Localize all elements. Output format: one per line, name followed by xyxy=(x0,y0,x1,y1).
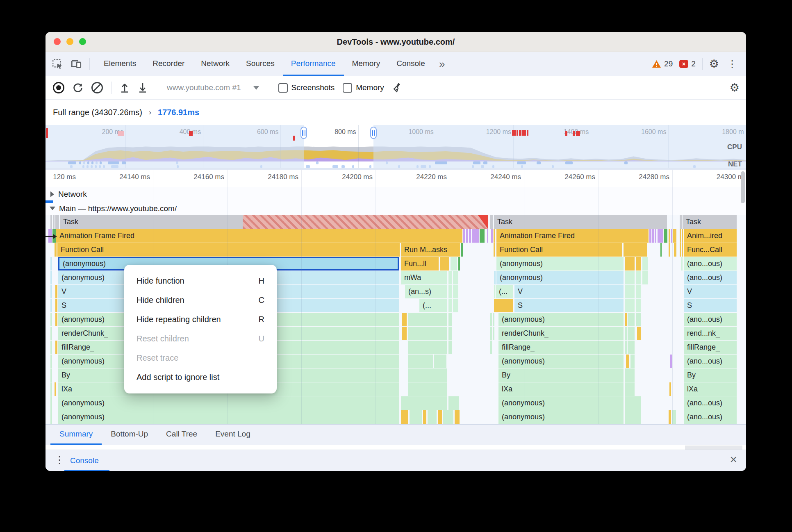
flame-bar[interactable]: mWa xyxy=(401,271,447,284)
flame-sliver[interactable] xyxy=(626,355,629,368)
download-profile-icon[interactable] xyxy=(138,82,148,93)
flame-sliver[interactable] xyxy=(408,355,433,368)
flame-bar[interactable]: Task xyxy=(683,215,737,229)
flame-sliver[interactable] xyxy=(55,285,57,298)
flame-sliver[interactable] xyxy=(408,341,447,354)
tab-network[interactable]: Network xyxy=(193,52,238,76)
flame-bar[interactable]: Fun...ll xyxy=(401,257,439,271)
flame-sliver[interactable] xyxy=(649,229,651,243)
flame-bar[interactable]: (anonymous) xyxy=(498,313,624,326)
flame-sliver[interactable] xyxy=(625,327,627,340)
flame-sliver[interactable] xyxy=(408,313,447,326)
tab-console[interactable]: Console xyxy=(388,52,433,76)
flame-bar[interactable]: fillRange_ xyxy=(498,341,624,354)
flame-sliver[interactable] xyxy=(401,396,447,410)
flame-bar[interactable]: Function Call xyxy=(57,243,400,257)
flame-sliver[interactable] xyxy=(630,355,635,368)
flame-sliver[interactable] xyxy=(494,229,495,243)
tab-memory[interactable]: Memory xyxy=(344,52,389,76)
flame-sliver[interactable] xyxy=(50,257,52,271)
flame-sliver[interactable] xyxy=(672,410,676,424)
menu-item-hide-function[interactable]: Hide functionH xyxy=(124,271,277,291)
flame-sliver[interactable] xyxy=(408,327,447,340)
flame-bar[interactable]: Animation Frame Fired xyxy=(56,229,462,243)
flame-bar[interactable]: (anonymous) xyxy=(498,355,624,368)
flame-bar[interactable]: Anim...ired xyxy=(684,229,737,243)
flame-sliver[interactable] xyxy=(682,229,683,243)
flame-sliver[interactable] xyxy=(55,299,57,312)
flame-sliver[interactable] xyxy=(682,243,683,257)
flame-sliver[interactable] xyxy=(636,257,641,271)
flame-sliver[interactable] xyxy=(448,299,452,312)
flame-sliver[interactable] xyxy=(636,271,641,284)
screenshots-checkbox[interactable]: Screenshots xyxy=(278,83,335,93)
flame-sliver[interactable] xyxy=(402,327,407,340)
flame-sliver[interactable] xyxy=(50,410,52,424)
settings-gear-icon[interactable]: ⚙ xyxy=(709,59,719,70)
selected-range-crumb[interactable]: 1776.91ms xyxy=(158,108,199,117)
flame-sliver[interactable] xyxy=(664,229,667,243)
flame-sliver[interactable] xyxy=(448,327,452,340)
flame-bar[interactable]: renderChunk_ xyxy=(498,327,624,340)
flame-sliver[interactable] xyxy=(469,229,471,243)
device-toolbar-icon[interactable] xyxy=(71,59,82,69)
flame-bar[interactable]: (... xyxy=(496,285,513,298)
record-button[interactable] xyxy=(53,82,64,93)
flame-sliver[interactable] xyxy=(50,396,52,410)
flame-sliver[interactable] xyxy=(458,257,460,271)
history-select[interactable]: www.youtube.com #1 xyxy=(164,83,262,92)
flame-bar[interactable]: (ano...ous) xyxy=(684,257,737,271)
tab-performance[interactable]: Performance xyxy=(283,52,344,76)
garbage-collect-broom-icon[interactable] xyxy=(392,82,403,93)
flame-sliver[interactable] xyxy=(55,243,57,257)
clear-recording-icon[interactable] xyxy=(91,82,103,93)
selection-handle-left[interactable] xyxy=(300,127,307,139)
flame-sliver[interactable] xyxy=(642,271,648,284)
flame-sliver[interactable] xyxy=(402,313,407,326)
flame-sliver[interactable] xyxy=(494,285,495,298)
flame-sliver[interactable] xyxy=(671,229,672,243)
flame-bar[interactable]: (ano...ous) xyxy=(684,396,737,410)
flame-sliver[interactable] xyxy=(628,327,635,340)
flame-sliver[interactable] xyxy=(625,313,627,326)
tab-elements[interactable]: Elements xyxy=(96,52,144,76)
flame-sliver[interactable] xyxy=(494,271,496,284)
main-track-header[interactable]: Main — https://www.youtube.com/ xyxy=(46,202,746,215)
flame-sliver[interactable] xyxy=(660,243,662,257)
flame-sliver[interactable] xyxy=(50,285,52,298)
flame-sliver[interactable] xyxy=(674,243,676,257)
flame-sliver[interactable] xyxy=(55,341,57,354)
tab-event-log[interactable]: Event Log xyxy=(206,425,259,445)
flame-sliver[interactable] xyxy=(625,396,641,410)
flame-sliver[interactable] xyxy=(408,382,447,396)
reload-and-record-icon[interactable] xyxy=(73,82,83,93)
flame-sliver[interactable] xyxy=(434,355,446,368)
flame-bar[interactable]: lXa xyxy=(498,382,624,396)
flame-bar[interactable]: (ano...ous) xyxy=(684,410,737,424)
tab-recorder[interactable]: Recorder xyxy=(144,52,193,76)
flame-sliver[interactable] xyxy=(440,257,449,271)
flame-sliver[interactable] xyxy=(50,215,52,229)
flame-sliver[interactable] xyxy=(480,229,485,243)
flame-bar[interactable]: (anonymous) xyxy=(58,396,399,410)
flame-sliver[interactable] xyxy=(448,313,452,326)
flame-sliver[interactable] xyxy=(455,410,460,424)
flame-sliver[interactable] xyxy=(625,285,635,298)
flame-sliver[interactable] xyxy=(443,410,453,424)
flame-sliver[interactable] xyxy=(448,341,452,354)
flame-sliver[interactable] xyxy=(490,313,492,326)
flame-sliver[interactable] xyxy=(669,382,671,396)
flame-sliver[interactable] xyxy=(50,299,52,312)
flame-sliver[interactable] xyxy=(625,410,641,424)
flame-sliver[interactable] xyxy=(625,299,635,312)
flame-bar[interactable]: (anonymous) xyxy=(496,257,624,271)
flame-bar[interactable]: (anonymous) xyxy=(498,410,624,424)
flame-sliver[interactable] xyxy=(472,229,479,243)
tab-call-tree[interactable]: Call Tree xyxy=(157,425,206,445)
flame-sliver[interactable] xyxy=(625,257,635,271)
menu-item-add-script-to-ignore-list[interactable]: Add script to ignore list xyxy=(124,368,277,387)
flame-bar[interactable]: S xyxy=(684,299,737,312)
upload-profile-icon[interactable] xyxy=(120,82,130,93)
flame-sliver[interactable] xyxy=(423,410,426,424)
flame-sliver[interactable] xyxy=(636,313,641,326)
